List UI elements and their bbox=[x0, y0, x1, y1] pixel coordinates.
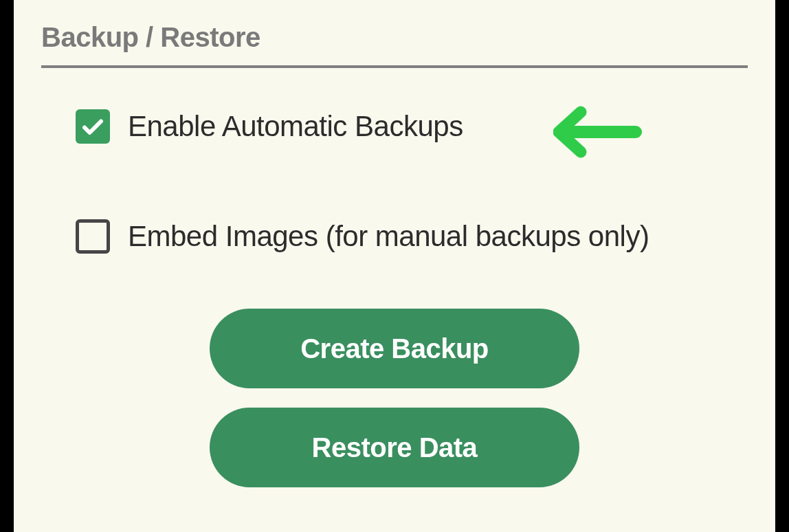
check-icon bbox=[80, 114, 105, 139]
action-buttons-container: Create Backup Restore Data bbox=[41, 309, 748, 487]
backup-restore-panel: Backup / Restore Enable Automatic Backup… bbox=[14, 0, 775, 532]
create-backup-button[interactable]: Create Backup bbox=[210, 309, 579, 388]
embed-images-checkbox[interactable] bbox=[76, 219, 110, 254]
restore-data-button[interactable]: Restore Data bbox=[210, 408, 579, 487]
automatic-backups-row[interactable]: Enable Automatic Backups bbox=[76, 109, 748, 144]
section-divider bbox=[41, 65, 748, 68]
automatic-backups-label: Enable Automatic Backups bbox=[128, 110, 463, 143]
section-title: Backup / Restore bbox=[41, 22, 748, 53]
embed-images-row[interactable]: Embed Images (for manual backups only) bbox=[76, 219, 748, 254]
arrow-left-icon bbox=[553, 105, 643, 159]
automatic-backups-checkbox[interactable] bbox=[76, 109, 110, 144]
arrow-annotation bbox=[553, 105, 643, 162]
embed-images-label: Embed Images (for manual backups only) bbox=[128, 220, 649, 253]
